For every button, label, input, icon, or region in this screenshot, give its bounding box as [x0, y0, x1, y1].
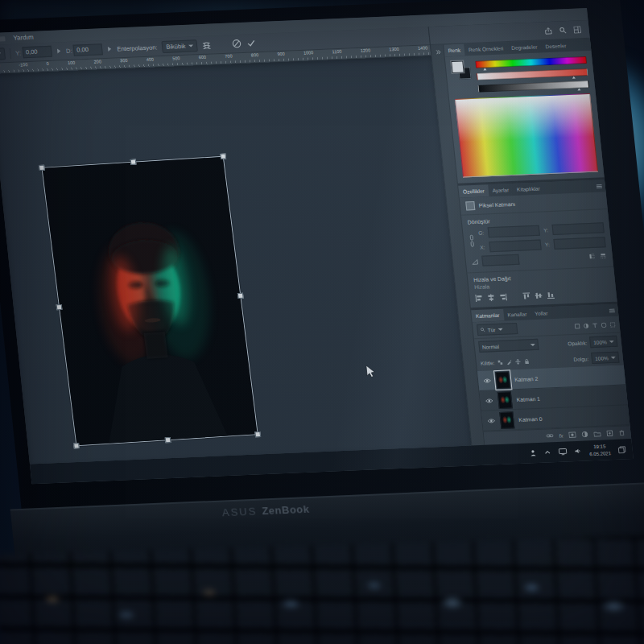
filter-adjustment-layers-icon[interactable]	[583, 323, 589, 328]
layer-name[interactable]: Katman 2	[514, 375, 539, 382]
flip-vertical-icon[interactable]	[599, 252, 607, 259]
transform-handle-e[interactable]	[237, 293, 244, 299]
layer-thumbnail[interactable]	[495, 371, 510, 389]
align-left-icon[interactable]	[475, 295, 483, 302]
add-layer-mask-icon[interactable]	[568, 431, 576, 438]
brightness-slider[interactable]	[477, 80, 589, 93]
tab-swatches[interactable]: Renk Örnekleri	[464, 42, 508, 56]
layer-name[interactable]: Katman 0	[518, 415, 543, 422]
link-dimensions-icon[interactable]	[469, 228, 477, 253]
commit-transform-icon[interactable]	[246, 38, 257, 47]
taskbar-app-icon[interactable]	[530, 449, 538, 456]
lock-position-icon[interactable]	[515, 358, 522, 364]
fill-value[interactable]: 100%	[591, 352, 619, 364]
transform-handle-nw[interactable]	[39, 165, 45, 171]
blend-mode-dropdown[interactable]: Normal	[478, 339, 539, 353]
link-layers-icon[interactable]	[546, 432, 554, 439]
transform-handle-sw[interactable]	[73, 443, 80, 448]
transform-bounding-box[interactable]	[41, 156, 258, 447]
menu-item-partial[interactable]	[0, 36, 6, 42]
layer-kind-filter[interactable]: Tür	[477, 323, 518, 336]
layer-thumbnail[interactable]	[497, 391, 513, 409]
align-top-icon[interactable]	[522, 292, 530, 299]
share-icon[interactable]	[544, 27, 552, 34]
eye-icon[interactable]	[483, 378, 492, 383]
lock-all-icon[interactable]	[524, 358, 530, 364]
opacity-value[interactable]: 100%	[589, 336, 617, 348]
filter-type-layers-icon[interactable]	[592, 322, 598, 328]
taskbar-clock[interactable]: 19:15 6.05.2021	[588, 444, 611, 457]
reference-point-dropdown[interactable]	[0, 47, 6, 60]
link-values-icon[interactable]	[56, 47, 62, 54]
delete-layer-icon[interactable]	[618, 429, 625, 436]
laptop-bezel: Yardım Y: 0,00	[0, 0, 644, 512]
tab-paths[interactable]: Yollar	[530, 307, 553, 320]
transform-handle-se[interactable]	[254, 431, 261, 437]
rotate-angle-icon	[471, 258, 478, 264]
cancel-transform-icon[interactable]	[232, 39, 242, 48]
filter-pixel-layers-icon[interactable]	[574, 323, 580, 328]
color-spectrum-picker[interactable]	[455, 93, 598, 178]
align-bottom-icon[interactable]	[547, 291, 555, 299]
collapse-panels-icon[interactable]	[434, 49, 441, 56]
saturation-slider[interactable]	[477, 68, 588, 80]
height-field[interactable]	[551, 222, 604, 235]
search-icon[interactable]	[559, 27, 567, 34]
panel-menu-icon[interactable]	[592, 180, 606, 192]
foreground-background-swatches[interactable]	[451, 60, 471, 80]
transform-handle-w[interactable]	[56, 304, 63, 310]
new-adjustment-layer-icon[interactable]	[581, 431, 588, 437]
lock-pixels-icon[interactable]	[506, 359, 513, 365]
eye-icon[interactable]	[485, 398, 493, 403]
h-skew-field[interactable]: Y: 0,00	[15, 46, 52, 59]
hue-slider[interactable]	[475, 56, 587, 68]
eye-icon[interactable]	[487, 418, 496, 423]
filter-smart-objects-icon[interactable]	[609, 321, 616, 327]
align-middle-vertical-icon[interactable]	[535, 292, 543, 299]
menu-item-help[interactable]: Yardım	[13, 34, 34, 42]
tab-color[interactable]: Renk	[444, 43, 465, 56]
tab-layers[interactable]: Katmanlar	[471, 309, 504, 323]
v-skew-field[interactable]: D: 0,00	[65, 43, 103, 56]
tab-gradients[interactable]: Degradeler	[507, 40, 543, 54]
link-values-icon[interactable]	[107, 46, 113, 52]
tab-adjustments[interactable]: Ayarlar	[488, 184, 514, 196]
new-group-icon[interactable]	[593, 431, 601, 437]
width-field[interactable]	[487, 225, 539, 238]
align-right-icon[interactable]	[499, 293, 507, 300]
color-panel: Renk Renk Örnekleri Degradeler Desenler	[444, 39, 605, 184]
panel-menu-icon[interactable]	[605, 304, 619, 317]
lock-transparency-icon[interactable]	[497, 359, 504, 365]
volume-tray-icon[interactable]	[574, 448, 582, 455]
transform-handle-s[interactable]	[164, 437, 171, 443]
new-layer-icon[interactable]	[606, 430, 613, 436]
tab-properties[interactable]: Özellikler	[458, 184, 489, 197]
tab-patterns[interactable]: Desenler	[541, 39, 572, 52]
transform-handle-ne[interactable]	[220, 153, 226, 159]
caret-down-icon	[497, 328, 502, 330]
filter-shape-layers-icon[interactable]	[601, 322, 607, 328]
caret-down-icon	[188, 44, 193, 47]
layer-thumbnail[interactable]	[499, 411, 514, 429]
align-center-horizontal-icon[interactable]	[487, 294, 495, 301]
tab-libraries[interactable]: Kitaplıklar	[512, 182, 544, 196]
flip-horizontal-icon[interactable]	[588, 253, 596, 260]
foreground-color-swatch[interactable]	[451, 60, 464, 73]
transform-handle-n[interactable]	[130, 159, 136, 165]
pixel-layer-icon	[465, 201, 475, 210]
canvas-area[interactable]	[0, 56, 471, 464]
layer-effects-icon[interactable]: fx	[559, 432, 564, 438]
hidden-icons-chevron[interactable]	[543, 448, 551, 456]
action-center-icon[interactable]	[617, 445, 626, 453]
tab-channels[interactable]: Kanallar	[503, 308, 531, 320]
warp-mode-icon[interactable]	[202, 40, 212, 49]
display-tray-icon[interactable]	[558, 448, 568, 455]
laptop-brand: ASUSZenBook	[221, 503, 310, 518]
workspace-icon[interactable]	[573, 26, 581, 33]
rotation-field[interactable]	[481, 254, 519, 266]
layer-name[interactable]: Katman 1	[516, 395, 540, 402]
divider	[10, 47, 11, 58]
y-field[interactable]	[553, 237, 605, 250]
x-field[interactable]	[489, 240, 541, 253]
interpolation-dropdown[interactable]: Bikübik	[162, 39, 199, 53]
